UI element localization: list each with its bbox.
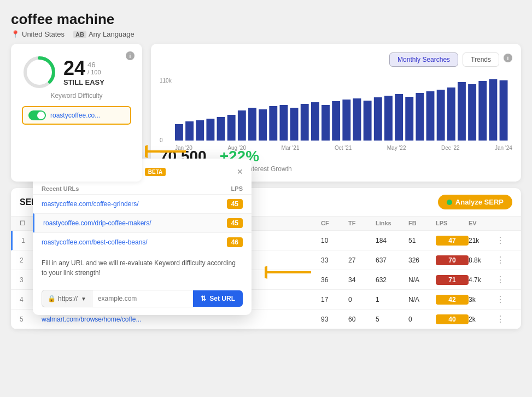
beta-badge: BETA [145,168,166,176]
language-item: AB Any Language [73,30,135,38]
language-badge-icon: AB [73,31,86,38]
row-1-cf: 10 [321,237,348,244]
chart-y-max: 110k [160,78,172,84]
x-label-4: May '22 [387,145,406,151]
row-2-more[interactable]: ⋮ [496,255,512,265]
kd-score-text: 24 46 / 100 STILL EASY [63,59,104,86]
row-5-more[interactable]: ⋮ [496,314,512,324]
col-ev: EV [469,220,496,227]
chart-info-icon[interactable]: i [504,54,512,62]
toggle-switch[interactable] [28,110,46,120]
analyze-btn-label: Analyze SERP [455,198,504,206]
row-1-lps: 47 [436,236,469,246]
popup-col-headers: Recent URLs LPS [33,183,252,194]
popup-url-row-3: roastycoffee.com/best-coffee-beans/ 46 [33,232,252,252]
row-3-links: 632 [376,276,408,284]
col-links: Links [376,220,408,227]
content-area: 24 46 / 100 STILL EASY i Keyword Difficu… [11,44,521,182]
svg-rect-17 [332,101,340,141]
kd-score-area: 24 46 / 100 STILL EASY i [22,55,131,90]
popup-url-2[interactable]: roastycoffee.com/drip-coffee-makers/ [43,219,151,227]
row-4-tf: 0 [348,296,376,303]
svg-rect-29 [458,82,466,141]
kd-max: 46 [87,61,101,69]
row-3-cf: 36 [321,276,348,284]
col-fb: FB [408,220,436,227]
row-5-tf: 60 [348,316,376,323]
popup-url-3[interactable]: roastycoffee.com/best-coffee-beans/ [42,238,148,246]
svg-rect-28 [447,87,455,141]
row-5-num: 5 [20,316,42,323]
lock-icon: 🔒 [48,295,56,302]
svg-rect-3 [185,121,194,141]
chart-y-min: 0 [160,137,163,143]
row-5-ev: 2k [469,316,496,323]
x-label-1: Aug '20 [227,145,246,151]
row-3-more[interactable]: ⋮ [496,275,512,285]
svg-rect-12 [279,105,288,141]
svg-rect-23 [395,94,403,141]
row-1-fb: 51 [408,237,436,244]
svg-rect-2 [175,124,183,141]
page-header: coffee machine 📍 United States AB Any La… [11,11,521,38]
location-icon: 📍 [11,30,20,38]
row-3-fb: N/A [408,276,436,284]
kd-card: 24 46 / 100 STILL EASY i Keyword Difficu… [11,44,142,182]
row-5-url[interactable]: walmart.com/browse/home/coffe... [42,316,321,323]
tab-trends[interactable]: Trends [463,52,499,67]
kd-toggle-row[interactable]: roastycoffee.co... [22,106,131,125]
analyze-dot [447,200,452,205]
row-5-lps: 40 [436,314,469,324]
https-select[interactable]: 🔒 https:// ▼ [42,290,92,307]
chevron-down-icon: ▼ [81,296,86,302]
svg-rect-22 [384,96,393,141]
row-3-ev: 4.7k [469,276,496,284]
row-4-lps: 42 [436,295,469,305]
page-title: coffee machine [11,11,521,28]
popup-url-1[interactable]: roastycoffee.com/coffee-grinders/ [42,200,139,208]
row-1-more[interactable]: ⋮ [496,235,512,246]
page-subtitle: 📍 United States AB Any Language [11,30,521,38]
svg-rect-8 [238,110,246,141]
svg-rect-19 [353,98,361,141]
col-cf: CF [321,220,348,227]
main-container: coffee machine 📍 United States AB Any La… [0,0,532,397]
location-item: 📍 United States [11,30,65,38]
row-4-more[interactable]: ⋮ [496,294,512,305]
https-label: https:// [58,295,78,302]
row-2-fb: 326 [408,256,436,264]
svg-rect-33 [500,80,508,141]
svg-rect-24 [405,97,413,141]
row-5-cf: 93 [321,316,348,323]
row-5-fb: 0 [408,316,436,323]
col-tf: TF [348,220,376,227]
chart-tabs: Monthly Searches Trends [389,52,499,67]
kd-label: STILL EASY [63,78,104,86]
svg-rect-21 [374,97,382,141]
svg-rect-20 [364,101,372,141]
set-url-button[interactable]: ⇅ Set URL [193,290,243,307]
popup-col-lps: LPS [231,185,243,192]
row-4-ev: 3k [469,296,496,303]
toggle-url-label: roastycoffee.co... [50,112,100,119]
tab-monthly-searches[interactable]: Monthly Searches [389,52,458,67]
set-url-icon: ⇅ [201,295,206,302]
svg-rect-31 [478,81,487,141]
svg-rect-32 [489,79,497,141]
kd-circle [22,55,57,90]
analyze-serp-button[interactable]: Analyze SERP [438,195,512,209]
kd-info-icon[interactable]: i [126,51,135,60]
row-2-ev: 8.8k [469,256,496,264]
x-label-0: Jan '20 [175,145,192,151]
row-2-cf: 33 [321,256,348,264]
kd-number: 24 [63,59,85,78]
svg-rect-13 [290,108,299,141]
svg-rect-26 [426,91,435,141]
svg-rect-9 [248,108,256,141]
popup-close-button[interactable]: × [237,166,243,178]
svg-rect-14 [301,104,309,141]
svg-rect-6 [217,117,225,141]
row-2-links: 637 [376,256,408,264]
url-input[interactable] [92,290,193,307]
x-label-6: Jan '24 [495,145,512,151]
